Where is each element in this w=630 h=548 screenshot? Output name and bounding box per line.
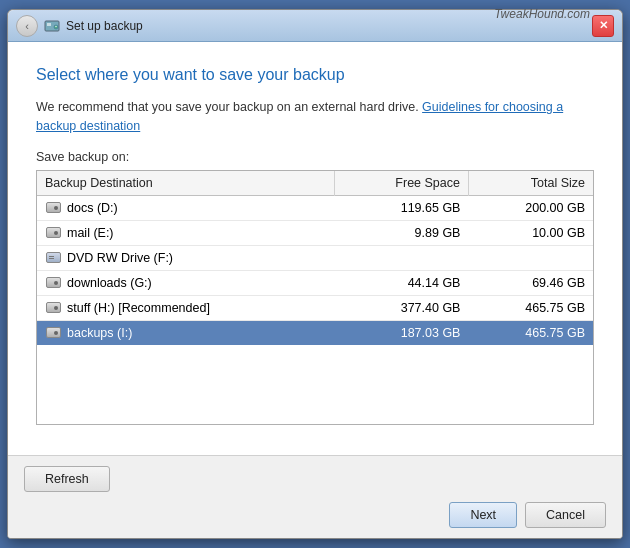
total-size: 10.00 GB — [468, 220, 593, 245]
col-destination-header: Backup Destination — [37, 171, 334, 196]
page-title: Select where you want to save your backu… — [36, 66, 594, 84]
table-row[interactable]: stuff (H:) [Recommended]377.40 GB465.75 … — [37, 295, 593, 320]
total-size: 200.00 GB — [468, 195, 593, 220]
table-header-row: Backup Destination Free Space Total Size — [37, 171, 593, 196]
refresh-button[interactable]: Refresh — [24, 466, 110, 492]
total-size: 69.46 GB — [468, 270, 593, 295]
drive-cell: backups (I:) — [45, 325, 326, 341]
drive-name: DVD RW Drive (F:) — [67, 251, 173, 265]
drive-name: stuff (H:) [Recommended] — [67, 301, 210, 315]
table-row[interactable]: DVD RW Drive (F:) — [37, 245, 593, 270]
hd-icon — [45, 200, 61, 216]
backup-icon — [44, 18, 60, 34]
table-wrapper: Backup Destination Free Space Total Size… — [37, 171, 593, 425]
hd-icon — [45, 300, 61, 316]
brand-label: TweakHound.com — [494, 9, 590, 21]
back-button[interactable]: ‹ — [16, 15, 38, 37]
dvd-icon — [45, 250, 61, 266]
free-space: 9.89 GB — [334, 220, 468, 245]
action-row: Next Cancel — [24, 502, 606, 528]
drive-cell: mail (E:) — [45, 225, 326, 241]
table-row[interactable]: mail (E:)9.89 GB10.00 GB — [37, 220, 593, 245]
free-space — [334, 245, 468, 270]
save-label: Save backup on: — [36, 150, 594, 164]
drive-cell: stuff (H:) [Recommended] — [45, 300, 326, 316]
title-bar: ‹ Set up backup TweakHound.com ✕ — [8, 10, 622, 42]
total-size — [468, 245, 593, 270]
drive-name: mail (E:) — [67, 226, 114, 240]
drive-cell: docs (D:) — [45, 200, 326, 216]
drive-name: backups (I:) — [67, 326, 132, 340]
hd-icon — [45, 225, 61, 241]
table-row[interactable]: docs (D:)119.65 GB200.00 GB — [37, 195, 593, 220]
main-content: Select where you want to save your backu… — [8, 42, 622, 455]
drive-cell: downloads (G:) — [45, 275, 326, 291]
description-text: We recommend that you save your backup o… — [36, 100, 419, 114]
col-free-header: Free Space — [334, 171, 468, 196]
next-button[interactable]: Next — [449, 502, 517, 528]
hd-icon — [45, 325, 61, 341]
window-title: Set up backup — [66, 19, 143, 33]
close-button[interactable]: ✕ — [592, 15, 614, 37]
description: We recommend that you save your backup o… — [36, 98, 594, 136]
footer-area: Refresh Next Cancel — [8, 455, 622, 538]
free-space: 377.40 GB — [334, 295, 468, 320]
drive-name: docs (D:) — [67, 201, 118, 215]
drive-cell: DVD RW Drive (F:) — [45, 250, 326, 266]
drive-name: downloads (G:) — [67, 276, 152, 290]
drives-table: Backup Destination Free Space Total Size… — [37, 171, 593, 345]
drives-table-container: Backup Destination Free Space Total Size… — [36, 170, 594, 426]
title-bar-left: ‹ Set up backup — [16, 15, 143, 37]
table-row[interactable]: backups (I:)187.03 GB465.75 GB — [37, 320, 593, 345]
table-scroll[interactable]: Backup Destination Free Space Total Size… — [37, 171, 593, 425]
svg-rect-1 — [47, 23, 51, 26]
col-total-header: Total Size — [468, 171, 593, 196]
total-size: 465.75 GB — [468, 320, 593, 345]
drives-table-body: docs (D:)119.65 GB200.00 GBmail (E:)9.89… — [37, 195, 593, 345]
cancel-button[interactable]: Cancel — [525, 502, 606, 528]
hd-icon — [45, 275, 61, 291]
free-space: 187.03 GB — [334, 320, 468, 345]
window: ‹ Set up backup TweakHound.com ✕ Select … — [7, 9, 623, 539]
table-row[interactable]: downloads (G:)44.14 GB69.46 GB — [37, 270, 593, 295]
total-size: 465.75 GB — [468, 295, 593, 320]
refresh-row: Refresh — [24, 466, 606, 492]
free-space: 44.14 GB — [334, 270, 468, 295]
free-space: 119.65 GB — [334, 195, 468, 220]
